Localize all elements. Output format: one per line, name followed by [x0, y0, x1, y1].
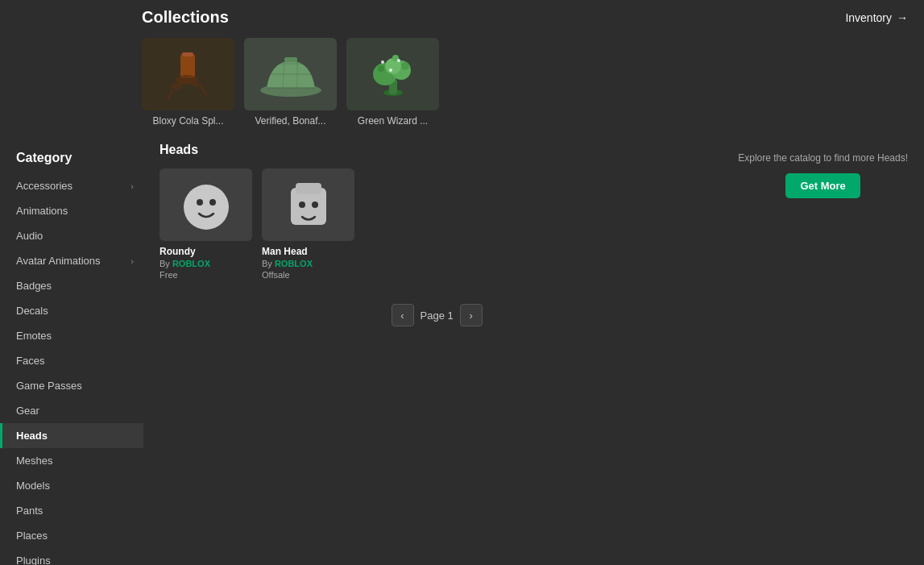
sidebar-label-places: Places: [16, 530, 48, 542]
sidebar-label-plugins: Plugins: [16, 555, 51, 565]
svg-rect-1: [182, 52, 193, 56]
svg-point-26: [197, 199, 203, 206]
inventory-label: Inventory: [845, 11, 892, 24]
pagination: ‹ Page 1 ›: [160, 304, 714, 326]
sidebar-label-audio: Audio: [16, 230, 43, 242]
sidebar-item-models[interactable]: Models: [0, 473, 143, 498]
sidebar-label-pants: Pants: [16, 505, 43, 517]
svg-rect-29: [296, 183, 321, 194]
svg-point-25: [184, 185, 229, 230]
sidebar-label-meshes: Meshes: [16, 455, 53, 467]
get-more-button[interactable]: Get More: [785, 173, 860, 198]
sidebar-label-badges: Badges: [16, 280, 52, 292]
body-layout: Category Accessories › Animations Audio …: [0, 143, 924, 565]
sidebar-item-faces[interactable]: Faces: [0, 348, 143, 373]
heads-items-grid: Roundy By ROBLOX Free: [160, 168, 714, 280]
svg-point-23: [397, 59, 400, 62]
sidebar-item-meshes[interactable]: Meshes: [0, 448, 143, 473]
sidebar-label-emotes: Emotes: [16, 330, 52, 342]
sidebar-label-accessories: Accessories: [16, 180, 73, 192]
item-card-price-man-head: Offsale: [262, 270, 354, 280]
sidebar-item-badges[interactable]: Badges: [0, 273, 143, 298]
item-card-by-man-head: By ROBLOX: [262, 259, 354, 268]
item-card-image-roundy: [160, 168, 252, 241]
svg-rect-13: [284, 57, 297, 62]
item-card-by-roundy: By ROBLOX: [160, 259, 252, 268]
collection-card-verified-bonaf[interactable]: Verified, Bonaf...: [244, 38, 337, 127]
collections-section: Collections Inventory →: [0, 8, 924, 143]
collections-grid: Bloxy Cola Spl...: [142, 38, 908, 127]
sidebar-item-decals[interactable]: Decals: [0, 298, 143, 323]
sidebar-label-game-passes: Game Passes: [16, 380, 82, 392]
sidebar-item-avatar-animations[interactable]: Avatar Animations ›: [0, 248, 143, 273]
item-card-price-roundy: Free: [160, 270, 252, 280]
item-card-name-roundy: Roundy: [160, 246, 252, 257]
sidebar-label-models: Models: [16, 480, 50, 492]
collections-header: Collections Inventory →: [142, 8, 908, 27]
collection-card-label-verified: Verified, Bonaf...: [244, 115, 337, 127]
collection-card-image-2: [244, 38, 337, 110]
collection-card-image-3: [346, 38, 439, 110]
collections-title: Collections: [142, 8, 229, 27]
heads-section-title: Heads: [160, 143, 714, 157]
collection-card-bloxy-cola[interactable]: Bloxy Cola Spl...: [142, 38, 234, 127]
sidebar-item-heads[interactable]: Heads: [0, 423, 143, 448]
main-content: Heads Roundy By ROBLOX Free: [143, 143, 730, 565]
item-card-image-man-head: [262, 168, 354, 241]
svg-point-3: [170, 83, 183, 89]
sidebar-item-animations[interactable]: Animations: [0, 198, 143, 223]
sidebar-item-places[interactable]: Places: [0, 523, 143, 548]
collection-card-green-wizard[interactable]: Green Wizard ...: [346, 38, 439, 127]
category-title: Category: [0, 143, 143, 173]
sidebar-item-pants[interactable]: Pants: [0, 498, 143, 523]
svg-point-20: [401, 62, 409, 70]
chevron-right-icon-accessories: ›: [131, 181, 134, 191]
item-card-roundy[interactable]: Roundy By ROBLOX Free: [160, 168, 252, 280]
main-container: Collections Inventory →: [0, 0, 924, 565]
svg-point-19: [378, 65, 384, 72]
sidebar-item-emotes[interactable]: Emotes: [0, 323, 143, 348]
svg-rect-0: [180, 54, 195, 78]
svg-line-6: [201, 86, 206, 94]
collection-card-label-wizard: Green Wizard ...: [346, 115, 439, 127]
promo-text: Explore the catalog to find more Heads!: [738, 151, 908, 165]
svg-point-27: [209, 199, 216, 206]
page-label: Page 1: [421, 310, 454, 322]
svg-point-30: [299, 201, 305, 208]
sidebar-label-heads: Heads: [16, 430, 48, 442]
item-card-man-head[interactable]: Man Head By ROBLOX Offsale: [262, 168, 354, 280]
sidebar-item-game-passes[interactable]: Game Passes: [0, 373, 143, 398]
item-card-name-man-head: Man Head: [262, 246, 354, 257]
sidebar-item-gear[interactable]: Gear: [0, 398, 143, 423]
svg-point-24: [389, 69, 392, 72]
sidebar-item-plugins[interactable]: Plugins: [0, 548, 143, 565]
svg-point-31: [312, 201, 318, 208]
collection-card-label-bloxy-cola: Bloxy Cola Spl...: [142, 115, 234, 127]
arrow-right-icon: →: [897, 11, 908, 24]
sidebar-label-faces: Faces: [16, 355, 44, 367]
inventory-link[interactable]: Inventory →: [845, 11, 908, 24]
sidebar-label-decals: Decals: [16, 305, 48, 317]
sidebar-label-gear: Gear: [16, 405, 39, 417]
promo-area: Explore the catalog to find more Heads! …: [730, 143, 924, 565]
prev-page-button[interactable]: ‹: [392, 304, 414, 326]
sidebar-label-animations: Animations: [16, 205, 68, 217]
sidebar-label-avatar-animations: Avatar Animations: [16, 255, 101, 267]
sidebar: Category Accessories › Animations Audio …: [0, 143, 143, 565]
sidebar-item-audio[interactable]: Audio: [0, 223, 143, 248]
chevron-right-icon-avatar-animations: ›: [131, 256, 134, 266]
collection-card-image: [142, 38, 234, 110]
next-page-button[interactable]: ›: [460, 304, 483, 326]
svg-point-22: [381, 60, 384, 64]
sidebar-item-accessories[interactable]: Accessories ›: [0, 173, 143, 198]
svg-line-5: [168, 90, 172, 98]
